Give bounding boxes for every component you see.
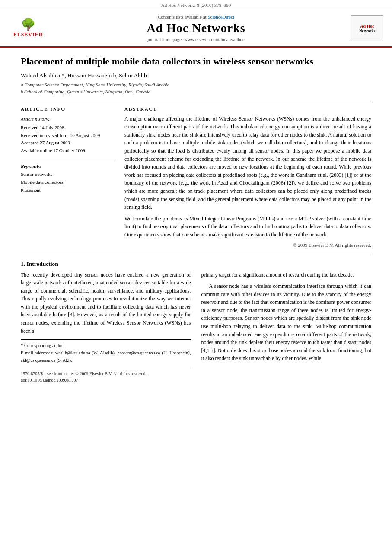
citation-text: Ad Hoc Networks 8 (2010) 378–390: [161, 3, 231, 8]
footnote-email: E-mail addresses: wsalih@ksu.edu.sa (W. …: [21, 350, 191, 364]
page-wrapper: Ad Hoc Networks 8 (2010) 378–390 🌳 ELSEV…: [0, 0, 392, 535]
intro-para-right-2: A sensor node has a wireless communicati…: [201, 282, 372, 363]
logo-bottom-text: Networks: [359, 29, 375, 33]
info-abstract-section: ARTICLE INFO Article history: Received 1…: [21, 102, 371, 248]
elsevier-tree-icon: 🌳: [21, 19, 36, 31]
abstract-paragraph-2: We formulate the problems as Mixed Integ…: [124, 215, 371, 239]
author-names: Waleed Alsalih a,*, Hossam Hassanein b, …: [21, 72, 147, 79]
sciencedirect-link[interactable]: ScienceDirect: [207, 14, 234, 19]
article-history: Article history: Received 14 July 2008 R…: [21, 115, 116, 159]
keywords-section: Keywords: Sensor networks Mobile data co…: [21, 164, 116, 194]
keyword-3: Placement: [21, 186, 116, 194]
abstract-label: ABSTRACT: [124, 106, 371, 111]
keyword-2: Mobile data collectors: [21, 178, 116, 186]
available-date: Available online 17 October 2009: [21, 147, 116, 155]
journal-center: Contents lists available at ScienceDirec…: [48, 14, 344, 42]
section-divider: [21, 255, 371, 255]
affiliation-b: b School of Computing, Queen's Universit…: [21, 88, 371, 96]
bottom-notice: 1570-8705/$ – see front matter © 2009 El…: [21, 368, 191, 383]
affiliation-a: a Computer Science Department, King Saud…: [21, 81, 371, 89]
bottom-line1: 1570-8705/$ – see front matter © 2009 El…: [21, 370, 191, 377]
intro-para-left: The recently developed tiny sensor nodes…: [21, 271, 191, 335]
received-revised-date: Received in revised form 10 August 2009: [21, 132, 116, 140]
journal-homepage: journal homepage: www.elsevier.com/locat…: [48, 37, 344, 42]
article-title: Placement of multiple mobile data collec…: [21, 55, 371, 68]
body-col-left: The recently developed tiny sensor nodes…: [21, 271, 191, 383]
journal-citation: Ad Hoc Networks 8 (2010) 378–390: [0, 0, 392, 10]
body-two-col: The recently developed tiny sensor nodes…: [21, 271, 371, 383]
authors: Waleed Alsalih a,*, Hossam Hassanein b, …: [21, 72, 371, 79]
footnote-corresponding: * Corresponding author.: [21, 342, 191, 350]
received-date: Received 14 July 2008: [21, 124, 116, 132]
keyword-1: Sensor networks: [21, 170, 116, 178]
contents-text: Contents lists available at: [158, 14, 207, 19]
section1-heading: 1. Introduction: [21, 261, 371, 268]
sciencedirect-line: Contents lists available at ScienceDirec…: [48, 14, 344, 19]
journal-title: Ad Hoc Networks: [48, 21, 344, 35]
bottom-line2: doi:10.1016/j.adhoc.2009.08.007: [21, 377, 191, 383]
elsevier-wordmark: ELSEVIER: [13, 32, 43, 38]
elsevier-logo: 🌳 ELSEVIER: [9, 15, 48, 41]
footnote-area: * Corresponding author. E-mail addresses…: [21, 339, 191, 364]
copyright-text: © 2009 Elsevier B.V. All rights reserved…: [124, 242, 371, 248]
article-info-col: ARTICLE INFO Article history: Received 1…: [21, 106, 116, 248]
accepted-date: Accepted 27 August 2009: [21, 139, 116, 147]
body-col-right: primary target for a significant amount …: [201, 271, 372, 383]
journal-logo-right: Ad Hoc Networks: [351, 15, 383, 41]
main-content: Placement of multiple mobile data collec…: [0, 48, 392, 388]
keywords-label: Keywords:: [21, 164, 116, 169]
history-label: Article history:: [21, 115, 116, 123]
abstract-paragraph-1: A major challenge affecting the lifetime…: [124, 115, 371, 211]
intro-para-right-1: primary target for a significant amount …: [201, 271, 372, 279]
affiliations: a Computer Science Department, King Saud…: [21, 81, 371, 96]
logo-top-text: Ad Hoc: [360, 24, 374, 29]
journal-header: 🌳 ELSEVIER Contents lists available at S…: [0, 10, 392, 48]
abstract-col: ABSTRACT A major challenge affecting the…: [124, 106, 371, 248]
article-info-label: ARTICLE INFO: [21, 106, 116, 111]
